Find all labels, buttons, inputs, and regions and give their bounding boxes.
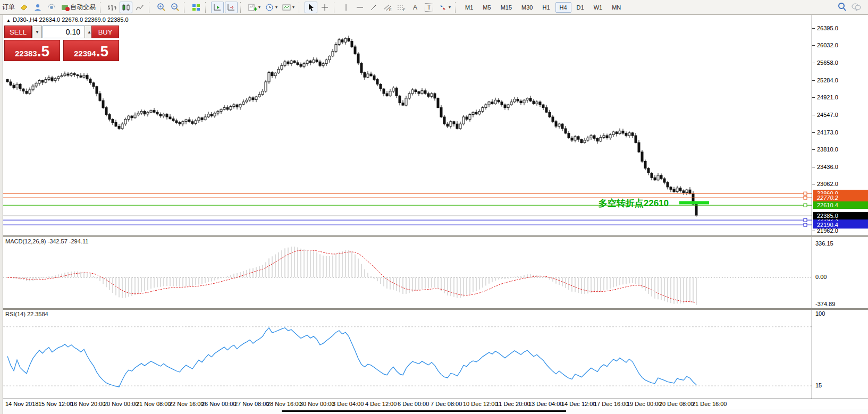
timeframe-d1[interactable]: D1	[572, 2, 588, 13]
rsi-line	[7, 328, 696, 387]
indicators-button[interactable]: ▾	[246, 2, 262, 13]
vertical-line-button[interactable]	[340, 2, 352, 13]
line-anchor[interactable]	[804, 196, 807, 199]
candle	[660, 175, 662, 179]
tile-windows-button[interactable]	[190, 2, 203, 13]
time-axis[interactable]: 14 Nov 201815 Nov 12:0016 Nov 20:0020 No…	[3, 399, 868, 409]
candle	[520, 101, 522, 103]
candle	[679, 188, 681, 191]
candle	[293, 61, 296, 63]
candle	[507, 105, 509, 107]
sell-price[interactable]: 22383.5	[4, 40, 60, 61]
highlight-trend-segment[interactable]	[679, 201, 709, 204]
sell-button[interactable]: SELL	[4, 26, 32, 38]
candle	[673, 189, 675, 191]
fibonacci-button[interactable]: F	[395, 2, 408, 13]
candle	[16, 84, 18, 88]
timeframe-m30[interactable]: M30	[517, 2, 537, 13]
line-anchor[interactable]	[804, 223, 807, 226]
candle	[558, 124, 560, 126]
zoom-out-button[interactable]	[168, 2, 181, 13]
label-tool-label: T	[425, 3, 433, 12]
crosshair-button[interactable]	[318, 2, 331, 13]
equidistant-channel-button[interactable]: E	[381, 2, 394, 13]
candle	[555, 122, 557, 126]
horizontal-scrollbar[interactable]	[3, 409, 868, 414]
candle	[638, 142, 640, 152]
price-tick-label: 26395.0	[812, 25, 838, 32]
candle	[552, 117, 554, 122]
text-tool-button[interactable]: A	[409, 2, 422, 13]
price-plot[interactable]	[3, 15, 812, 235]
candle	[491, 102, 493, 104]
line-anchor[interactable]	[804, 192, 807, 195]
chat-icon[interactable]	[849, 1, 863, 13]
candle	[600, 138, 602, 141]
macd-plot[interactable]	[3, 237, 812, 308]
templates-button[interactable]: ▾	[280, 2, 296, 13]
collapse-arrow-icon[interactable]: ▲	[6, 18, 11, 23]
community-icon[interactable]	[31, 2, 44, 13]
candle	[195, 121, 197, 123]
new-order-button[interactable]: 订单	[1, 2, 16, 13]
time-axis-label: 21 Nov 08:00	[136, 401, 171, 407]
candlestick-chart-button[interactable]	[120, 2, 132, 13]
zoom-in-button[interactable]	[155, 2, 167, 13]
text-label-tool-button[interactable]: T	[423, 2, 435, 13]
candle	[287, 62, 289, 64]
candle	[242, 102, 245, 104]
timeframe-mn[interactable]: MN	[608, 2, 625, 13]
horizontal-line-button[interactable]	[353, 2, 366, 13]
volume-down-button[interactable]: ▼	[32, 26, 42, 38]
time-axis-label: 15 Nov 12:00	[38, 401, 73, 407]
buy-price[interactable]: 22394.5	[63, 40, 119, 61]
arrows-tool-button[interactable]: ▾	[436, 2, 452, 13]
macd-axis[interactable]: 336.15 0.00 -374.89	[812, 237, 868, 308]
bar-chart-button[interactable]	[106, 2, 119, 13]
candle	[328, 56, 331, 60]
candle	[163, 114, 165, 116]
candle	[290, 61, 292, 63]
candle	[549, 112, 551, 117]
buy-button[interactable]: BUY	[91, 26, 119, 38]
search-icon[interactable]	[836, 1, 848, 13]
candle	[32, 86, 34, 90]
timeframe-m5[interactable]: M5	[478, 2, 495, 13]
candle	[450, 122, 452, 126]
candle	[38, 80, 40, 83]
scrollbar-thumb[interactable]	[282, 410, 566, 412]
candle	[440, 107, 442, 117]
candle	[498, 100, 500, 102]
candle	[45, 80, 47, 82]
timeframe-m15[interactable]: M15	[496, 2, 516, 13]
rsi-axis[interactable]: 100 15	[812, 310, 868, 399]
rsi-plot[interactable]	[3, 310, 812, 399]
candle	[446, 124, 449, 126]
chart-shift-button[interactable]	[225, 2, 238, 13]
line-chart-button[interactable]	[133, 2, 146, 13]
text-annotation[interactable]: 多空转折点22610	[567, 197, 669, 209]
autotrading-button[interactable]: 自动交易	[59, 2, 97, 13]
price-tick-label: 24921.0	[812, 94, 838, 101]
trendline-button[interactable]	[367, 2, 380, 13]
candle	[545, 107, 547, 112]
signals-icon[interactable]	[45, 2, 58, 13]
line-anchor[interactable]	[804, 204, 807, 207]
timeframe-w1[interactable]: W1	[589, 2, 607, 13]
line-anchor[interactable]	[804, 218, 807, 222]
candle	[657, 175, 659, 180]
periods-button[interactable]: ▾	[263, 2, 279, 13]
price-axis[interactable]: 26395.026032.025658.025284.024921.024547…	[812, 15, 868, 235]
timeframe-h4[interactable]: H4	[555, 2, 571, 13]
timeframe-h1[interactable]: H1	[538, 2, 554, 13]
market-icon[interactable]	[18, 2, 30, 13]
volume-input[interactable]: 0.10	[43, 26, 85, 38]
price-tick-label: 23810.0	[812, 146, 838, 153]
timeframe-m1[interactable]: M1	[461, 2, 477, 13]
buy-price-frac: .5	[96, 45, 108, 58]
candle	[169, 117, 171, 119]
cursor-button[interactable]	[305, 2, 317, 13]
autoscroll-button[interactable]	[211, 2, 224, 13]
candle	[102, 100, 104, 107]
rsi-axis-low: 15	[815, 382, 822, 388]
